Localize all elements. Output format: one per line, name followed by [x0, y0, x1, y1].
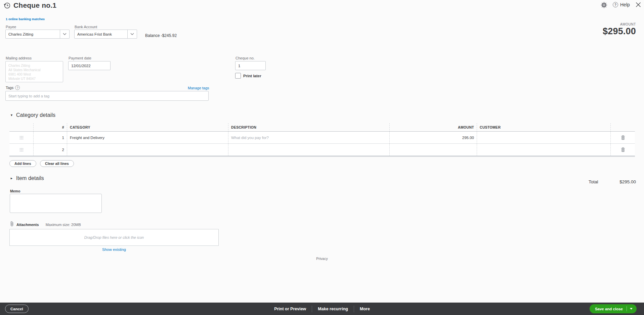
- payee-label: Payee: [6, 25, 16, 29]
- col-header-actions: [611, 123, 635, 132]
- help-icon: ?: [613, 2, 618, 7]
- mailing-address-box[interactable]: Charles Zitting All States Mechanical 69…: [5, 61, 63, 82]
- gear-icon[interactable]: [601, 2, 607, 9]
- memo-input[interactable]: [10, 194, 102, 213]
- col-header-num: #: [34, 123, 67, 132]
- footer-bar: Cancel Print or Preview Make recurring M…: [0, 303, 644, 315]
- trash-icon[interactable]: [621, 135, 625, 140]
- add-lines-button[interactable]: Add lines: [9, 160, 36, 167]
- save-and-close-label: Save and close: [595, 307, 623, 311]
- item-details-title: Item details: [16, 175, 44, 181]
- attachments-max-size: Maximum size: 20MB: [46, 223, 81, 227]
- bank-balance: Balance -$245.92: [145, 33, 177, 38]
- col-header-description: DESCRIPTION: [228, 123, 390, 132]
- table-row-drag[interactable]: [9, 144, 34, 156]
- dropzone-text: Drag/Drop files here or click the icon: [84, 235, 144, 239]
- make-recurring-button[interactable]: Make recurring: [312, 307, 354, 311]
- divider: [627, 306, 627, 311]
- bank-account-select[interactable]: Americas Frist Bank: [74, 30, 137, 39]
- help-label: Help: [620, 2, 630, 7]
- footer-center-actions: Print or Preview Make recurring More: [0, 303, 644, 315]
- category-details-table: # CATEGORY DESCRIPTION AMOUNT CUSTOMER 1…: [9, 123, 635, 157]
- row-number: 1: [34, 132, 67, 144]
- description-cell[interactable]: What did you pay for?: [228, 132, 390, 144]
- history-icon[interactable]: [3, 2, 11, 10]
- mailing-address-label: Mailing address: [6, 56, 32, 60]
- col-header-category: CATEGORY: [67, 123, 228, 132]
- print-or-preview-button[interactable]: Print or Preview: [268, 307, 312, 311]
- cheque-form-page: Cheque no.1 ? Help 1 online ban: [0, 0, 644, 315]
- cheque-no-input[interactable]: [235, 61, 266, 70]
- triangle-right-icon: ►: [10, 177, 13, 180]
- row-number: 2: [34, 144, 67, 156]
- caret-down-icon[interactable]: [630, 308, 633, 310]
- drag-handle-icon[interactable]: [19, 148, 23, 151]
- question-icon[interactable]: ?: [15, 85, 20, 90]
- total-value: $295.00: [619, 179, 636, 184]
- mailing-address-line: 6981 400 West: [8, 72, 60, 77]
- tags-input[interactable]: [5, 91, 209, 101]
- page-title: Cheque no.1: [13, 0, 56, 10]
- show-existing-link[interactable]: Show existing: [102, 248, 126, 252]
- cheque-no-label: Cheque no.: [235, 56, 255, 60]
- customer-cell[interactable]: [477, 132, 611, 144]
- drag-handle-icon[interactable]: [19, 136, 23, 139]
- bank-account-value: Americas Frist Bank: [75, 32, 127, 36]
- payment-date-label: Payment date: [69, 56, 91, 60]
- chevron-down-icon[interactable]: [60, 30, 69, 38]
- mailing-address-line: Charles Zitting: [8, 63, 60, 68]
- category-cell[interactable]: [67, 144, 228, 156]
- manage-tags-link[interactable]: Manage tags: [188, 86, 209, 90]
- attachments-dropzone[interactable]: Drag/Drop files here or click the icon: [9, 229, 219, 246]
- payee-value: Charles Zitting: [6, 32, 60, 36]
- attachments-header: Attachments Maximum size: 20MB: [10, 221, 81, 228]
- print-later-checkbox[interactable]: [235, 73, 241, 79]
- col-header-amount: AMOUNT: [390, 123, 477, 132]
- payment-date-input[interactable]: [68, 61, 111, 70]
- print-later-checkbox-row[interactable]: Print later: [235, 73, 261, 79]
- row-actions: [611, 132, 635, 144]
- item-details-toggle[interactable]: ► Item details: [10, 175, 44, 181]
- paperclip-icon: [10, 221, 14, 228]
- tags-label-row: Tags ?: [6, 85, 20, 90]
- row-actions: [611, 144, 635, 156]
- mailing-address-line: Midvale UT 84047: [8, 77, 60, 81]
- chevron-down-icon[interactable]: [127, 30, 137, 38]
- table-row-drag[interactable]: [9, 132, 34, 144]
- tags-label: Tags: [6, 86, 13, 90]
- description-cell[interactable]: [228, 144, 390, 156]
- col-header-customer: CUSTOMER: [477, 123, 611, 132]
- total-label: Total: [589, 179, 598, 184]
- category-cell[interactable]: Freight and Delivery: [67, 132, 228, 144]
- triangle-down-icon: ▼: [10, 114, 13, 117]
- print-later-label: Print later: [243, 74, 261, 78]
- attachments-label: Attachments: [16, 223, 39, 227]
- show-existing-wrap: Show existing: [9, 248, 219, 252]
- payee-select[interactable]: Charles Zitting: [5, 30, 70, 39]
- help-button[interactable]: ? Help: [613, 2, 630, 7]
- mailing-address-line: All States Mechanical: [8, 68, 60, 72]
- amount-label: AMOUNT: [620, 22, 636, 26]
- bank-account-label: Bank Account: [75, 25, 97, 29]
- col-header-drag: [9, 123, 34, 132]
- privacy-label: Privacy: [0, 257, 644, 261]
- more-button[interactable]: More: [354, 307, 376, 311]
- category-details-toggle[interactable]: ▼ Category details: [10, 112, 55, 118]
- amount-cell[interactable]: 295.00: [390, 132, 477, 144]
- amount-value: $295.00: [603, 26, 636, 37]
- close-icon[interactable]: [636, 2, 641, 9]
- trash-icon[interactable]: [621, 147, 625, 152]
- category-details-title: Category details: [16, 112, 55, 118]
- amount-cell[interactable]: [390, 144, 477, 156]
- clear-all-lines-button[interactable]: Clear all lines: [40, 160, 74, 167]
- save-and-close-button[interactable]: Save and close: [590, 304, 637, 313]
- memo-label: Memo: [10, 189, 20, 193]
- customer-cell[interactable]: [477, 144, 611, 156]
- online-banking-matches-link[interactable]: 1 online banking matches: [6, 17, 45, 21]
